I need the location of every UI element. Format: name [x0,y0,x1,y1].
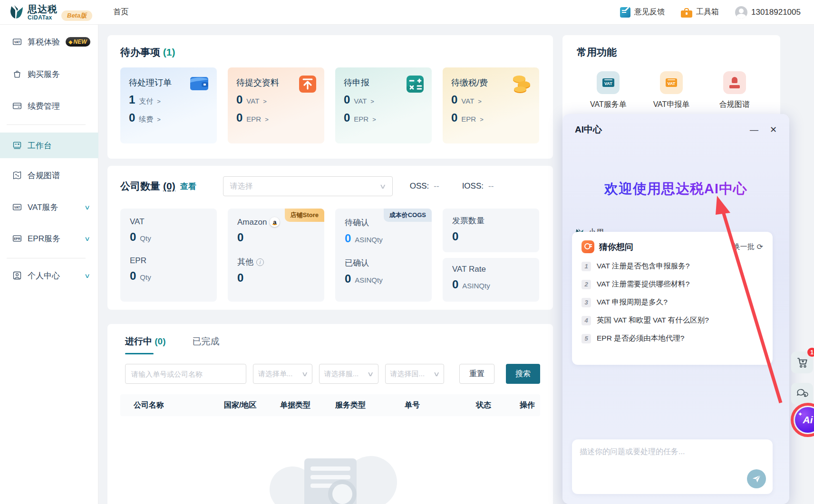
filter-service-type-select[interactable]: 请选择服...∨ [319,364,378,384]
stat-card-cogs: 成本价COGS 待确认 0ASINQty 已确认 0ASINQty [335,209,432,302]
chat-float-button[interactable] [791,383,813,405]
todo-link-renew[interactable]: 续费 [139,115,153,124]
company-title: 公司数量 [120,180,160,193]
quick-item-vat-declaration[interactable]: VAT VAT申报单 [640,71,703,110]
todo-value: 0 [236,111,242,124]
stat-value: 0 [345,272,351,285]
user-account[interactable]: 13018921005 [735,6,801,19]
filter-country-select[interactable]: 请选择国...∨ [385,364,445,384]
todo-link-pay[interactable]: 支付 [139,97,153,106]
svg-text:VAT: VAT [14,206,20,209]
todo-link-vat[interactable]: VAT [354,97,367,105]
stat-value: 0 [237,271,243,285]
chat-bubbles-icon [796,388,808,400]
question-item[interactable]: 4英国 VAT 和欧盟 VAT 有什么区别? [581,315,763,325]
sidebar-item-compliance-map[interactable]: 合规图谱 [0,165,98,186]
arrow-right-icon[interactable]: > [480,116,484,123]
todo-value: 0 [236,93,242,106]
quick-title: 常用功能 [577,46,766,59]
sidebar-item-vat-services[interactable]: VAT VAT服务 ∨ [0,197,98,218]
todo-card-pending-materials: 待提交资料 0VAT> 0EPR> [228,67,324,143]
sidebar-item-personal-center[interactable]: 个人中心 ∨ [0,265,98,286]
company-panel: 公司数量 (0) 查看 请选择 ∨ OSS:-- IOSS:-- VAT 0Qt… [107,166,553,310]
sidebar-item-tax-experience[interactable]: VAT 算税体验 ◆NEW [0,31,98,52]
close-icon[interactable]: ✕ [770,125,777,134]
sparkle-icon: ✦ [798,411,803,418]
todo-link-vat[interactable]: VAT [246,97,259,105]
col-doc-type: 单据类型 [280,400,335,410]
cogs-badge: 成本价COGS [384,209,432,222]
send-button[interactable] [747,469,766,488]
toolbox-label: 工具箱 [696,7,719,17]
quick-item-vat-service[interactable]: VAT VAT服务单 [577,71,640,110]
question-item[interactable]: 1VAT 注册是否包含申报服务? [581,261,763,271]
reset-button[interactable]: 重置 [459,364,494,384]
sidebar-item-label: 合规图谱 [28,170,60,181]
nav-home[interactable]: 首页 [113,7,128,17]
stat-value: 0 [130,230,136,244]
filter-doc-type-select[interactable]: 请选择单...∨ [253,364,312,384]
quick-item-compliance-map[interactable]: 合规图谱 [703,71,766,110]
sidebar-item-label: 个人中心 [28,270,60,281]
shopping-bag-icon [12,69,22,79]
sidebar-item-label: 算税体验 [28,37,60,48]
arrow-right-icon[interactable]: > [263,98,267,105]
sidebar: VAT 算税体验 ◆NEW 购买服务 续费管理 工作台 合规图谱 VAT VAT… [0,25,98,504]
search-button[interactable]: 搜索 [506,364,540,384]
arrow-right-icon[interactable]: > [265,116,269,123]
sidebar-item-renewal[interactable]: 续费管理 [0,95,98,116]
sidebar-item-workbench[interactable]: 工作台 [0,133,98,158]
order-search-input[interactable] [125,364,246,384]
todo-link-epr[interactable]: EPR [461,115,476,123]
ai-float-button[interactable]: ✦ Ai [795,407,814,433]
todo-value: 1 [129,93,135,106]
arrow-right-icon[interactable]: > [157,98,161,105]
chevron-down-icon: ∨ [367,370,374,378]
ai-message-input[interactable] [572,439,773,473]
arrow-right-icon[interactable]: > [478,98,482,105]
vat-badge-icon: VAT [12,37,22,47]
todo-card-pending-declaration: 待申报 0VAT> 0EPR> [335,67,432,143]
company-count[interactable]: (0) [163,181,175,192]
sidebar-item-buy-services[interactable]: 购买服务 [0,64,98,85]
arrow-right-icon[interactable]: > [372,116,376,123]
card-icon [12,101,22,111]
logo-title: 思达税 [28,4,58,14]
tab-in-progress[interactable]: 进行中 (0) [125,335,166,354]
toolbox-button[interactable]: 工具箱 [681,7,719,18]
stat-value: 0 [130,269,136,283]
todo-card-pending-tax: 待缴税/费 0VAT> 0EPR> [443,67,539,143]
topbar: 思达税 CiDATax Beta版 首页 意见反馈 工具箱 1301892100… [0,0,814,25]
vat-service-icon: VAT [597,71,620,94]
todo-link-vat[interactable]: VAT [461,97,474,105]
todo-link-epr[interactable]: EPR [246,115,261,123]
stat-value: 0 [345,232,351,245]
store-badge: 店铺Store [285,209,324,222]
sidebar-item-epr-services[interactable]: EPR EPR服务 ∨ [0,228,98,249]
question-item[interactable]: 2VAT 注册需要提供哪些材料? [581,279,763,289]
minimize-icon[interactable]: — [750,125,758,134]
company-select[interactable]: 请选择 ∨ [223,176,393,196]
company-view-link[interactable]: 查看 [180,181,196,192]
sidebar-divider [7,124,86,125]
chevron-down-icon: ∨ [85,272,91,279]
refresh-questions-button[interactable]: 换一批 ⟳ [733,242,763,251]
chat-search-icon [581,240,594,253]
cart-float-button[interactable]: 1 [791,352,813,373]
sidebar-item-label: 续费管理 [28,101,60,112]
question-item[interactable]: 3VAT 申报周期是多久? [581,297,763,307]
workbench-icon [12,141,22,150]
ai-welcome-text: 欢迎使用思达税AI中心 [562,180,789,199]
arrow-right-icon[interactable]: > [370,98,374,105]
refresh-icon: ⟳ [757,242,763,251]
ai-float-label: Ai [803,414,813,426]
chevron-down-icon: ∨ [85,235,91,242]
user-phone: 13018921005 [751,8,801,17]
arrow-right-icon[interactable]: > [157,116,161,123]
question-item[interactable]: 5EPR 是否必须由本地代理? [581,333,763,343]
stat-card-vat-epr: VAT 0Qty EPR 0Qty [120,209,217,302]
feedback-button[interactable]: 意见反馈 [620,7,665,18]
tab-completed[interactable]: 已完成 [193,335,220,354]
todo-link-epr[interactable]: EPR [354,115,368,123]
stat-value: 0 [452,278,458,291]
